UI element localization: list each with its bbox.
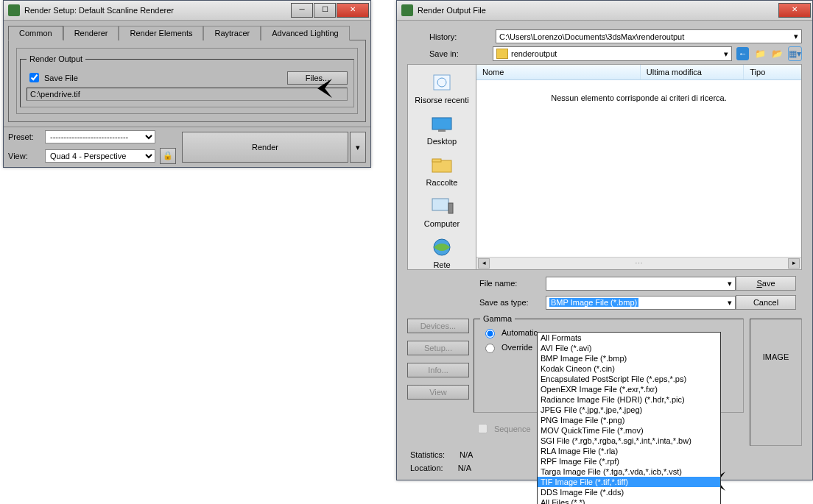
- computer-icon: [429, 196, 454, 216]
- save-as-type-option[interactable]: SGI File (*.rgb,*.rgba,*.sgi,*.int,*.int…: [538, 436, 720, 446]
- save-as-type-option[interactable]: PNG Image File (*.png): [538, 415, 720, 425]
- folder-icon: [496, 49, 508, 59]
- place-network[interactable]: Rete: [408, 234, 476, 275]
- save-as-type-option[interactable]: All Formats: [538, 333, 720, 343]
- chevron-down-icon: ▾: [728, 298, 732, 308]
- horizontal-scrollbar[interactable]: ◂ ⋯ ▸: [476, 257, 801, 269]
- svg-rect-3: [432, 118, 451, 129]
- save-as-type-dropdown[interactable]: All FormatsAVI File (*.avi)BMP Image Fil…: [537, 332, 721, 504]
- app-icon: [401, 4, 413, 16]
- place-recent[interactable]: Risorse recenti: [408, 69, 476, 110]
- collections-icon: [429, 155, 454, 175]
- save-button[interactable]: Save: [736, 276, 796, 291]
- place-desktop[interactable]: Desktop: [408, 110, 476, 152]
- back-icon[interactable]: ←: [736, 47, 749, 60]
- save-as-type-option[interactable]: DDS Image File (*.dds): [538, 487, 720, 497]
- place-computer[interactable]: Computer: [408, 193, 476, 234]
- view-menu-icon[interactable]: ▦▾: [788, 46, 802, 61]
- preset-label: Preset:: [8, 132, 41, 141]
- place-collections[interactable]: Raccolte: [408, 152, 476, 193]
- svg-rect-6: [432, 159, 441, 162]
- chevron-down-icon: ▾: [724, 49, 728, 59]
- scroll-right-icon[interactable]: ▸: [788, 258, 800, 269]
- svg-rect-4: [438, 129, 446, 132]
- file-list-empty: Nessun elemento corrisponde ai criteri d…: [476, 80, 801, 257]
- file-list-header[interactable]: Nome Ultima modifica Tipo: [476, 65, 801, 80]
- save-as-type-option[interactable]: MOV QuickTime File (*.mov): [538, 425, 720, 436]
- output-dialog-titlebar[interactable]: Render Output File ✕: [397, 1, 812, 21]
- recent-docs-icon: [429, 72, 454, 93]
- statistics-label: Statistics:: [410, 450, 445, 459]
- render-output-legend: Render Output: [27, 54, 85, 63]
- places-bar: Risorse recenti Desktop Raccolte Compute…: [407, 64, 476, 270]
- view-combo[interactable]: Quad 4 - Perspective: [45, 149, 155, 163]
- file-name-label: File name:: [479, 279, 540, 288]
- history-combo[interactable]: C:\Users\Lorenzo\Documents\3dsMax\render…: [496, 29, 802, 43]
- save-as-type-combo[interactable]: BMP Image File (*.bmp) ▾: [546, 296, 736, 310]
- gamma-automatic-radio[interactable]: [485, 329, 495, 338]
- col-name[interactable]: Nome: [476, 65, 641, 79]
- tab-advanced-lighting[interactable]: Advanced Lighting: [261, 26, 350, 40]
- view-button[interactable]: View: [407, 385, 469, 400]
- setup-button[interactable]: Setup...: [407, 341, 469, 355]
- save-as-type-option[interactable]: AVI File (*.avi): [538, 343, 720, 353]
- render-setup-titlebar[interactable]: Render Setup: Default Scanline Renderer …: [4, 1, 370, 21]
- tab-panel-common: Render Output Save File Files... C:\pend…: [8, 40, 366, 122]
- gamma-override-radio[interactable]: [485, 344, 495, 353]
- maximize-button[interactable]: ☐: [314, 3, 336, 18]
- save-as-type-option[interactable]: TIF Image File (*.tif,*.tiff): [538, 477, 720, 487]
- svg-rect-7: [432, 199, 448, 210]
- minimize-button[interactable]: ─: [291, 3, 313, 18]
- render-button[interactable]: Render: [182, 132, 348, 163]
- save-as-type-option[interactable]: All Files (*.*): [538, 497, 720, 504]
- save-as-type-option[interactable]: RLA Image File (*.rla): [538, 446, 720, 456]
- lock-view-button[interactable]: 🔒: [160, 148, 176, 164]
- save-as-type-option[interactable]: Radiance Image File (HDRI) (*.hdr,*.pic): [538, 394, 720, 405]
- gamma-automatic-label: Automatic: [501, 328, 538, 337]
- gamma-legend: Gamma: [480, 314, 515, 323]
- save-as-type-option[interactable]: BMP Image File (*.bmp): [538, 353, 720, 363]
- svg-rect-1: [434, 75, 450, 90]
- tab-render-elements[interactable]: Render Elements: [119, 26, 203, 40]
- save-as-type-option[interactable]: OpenEXR Image File (*.exr,*.fxr): [538, 384, 720, 394]
- gamma-override-label: Override: [501, 343, 532, 352]
- save-as-type-option[interactable]: RPF Image File (*.rpf): [538, 456, 720, 466]
- savein-combo[interactable]: renderoutput ▾: [493, 46, 732, 61]
- output-dialog-title: Render Output File: [418, 6, 486, 15]
- tab-row: Common Renderer Render Elements Raytrace…: [8, 25, 366, 40]
- render-setup-window: Render Setup: Default Scanline Renderer …: [3, 0, 371, 168]
- location-value: N/A: [458, 464, 471, 472]
- save-as-type-label: Save as type:: [479, 298, 540, 307]
- new-folder-icon[interactable]: 📂: [771, 47, 784, 60]
- save-as-type-option[interactable]: Targa Image File (*.tga,*.vda,*.icb,*.vs…: [538, 466, 720, 477]
- cancel-button[interactable]: Cancel: [736, 295, 796, 310]
- tab-raytracer[interactable]: Raytracer: [203, 26, 261, 40]
- save-file-checkbox[interactable]: [29, 73, 39, 82]
- place-recent-label: Risorse recenti: [408, 96, 476, 104]
- col-type[interactable]: Tipo: [744, 65, 801, 79]
- save-as-type-option[interactable]: Kodak Cineon (*.cin): [538, 363, 720, 374]
- render-menu-button[interactable]: ▾: [350, 132, 366, 163]
- save-as-type-option[interactable]: Encapsulated PostScript File (*.eps,*.ps…: [538, 374, 720, 384]
- sequence-label: Sequence: [494, 425, 531, 433]
- preset-combo[interactable]: -----------------------------: [45, 130, 155, 143]
- files-button[interactable]: Files...: [287, 71, 348, 85]
- view-label: View:: [8, 152, 41, 160]
- output-path-field[interactable]: C:\pendrive.tif: [27, 88, 348, 101]
- network-icon: [429, 237, 454, 258]
- col-date[interactable]: Ultima modifica: [641, 65, 744, 79]
- dialog-close-button[interactable]: ✕: [778, 3, 811, 18]
- file-name-field[interactable]: ▾: [546, 277, 736, 291]
- save-as-type-option[interactable]: JPEG File (*.jpg,*.jpe,*.jpeg): [538, 405, 720, 415]
- tab-renderer[interactable]: Renderer: [63, 26, 119, 40]
- sequence-checkbox[interactable]: [478, 424, 488, 433]
- save-file-label: Save File: [44, 74, 78, 82]
- scroll-left-icon[interactable]: ◂: [478, 258, 490, 269]
- up-one-level-icon[interactable]: 📁: [753, 47, 766, 60]
- tab-common[interactable]: Common: [8, 26, 63, 40]
- preview-box: IMAGE: [750, 319, 802, 446]
- devices-button[interactable]: Devices...: [407, 319, 469, 333]
- file-list[interactable]: Nome Ultima modifica Tipo Nessun element…: [476, 64, 802, 270]
- close-button[interactable]: ✕: [337, 3, 369, 18]
- info-button[interactable]: Info...: [407, 363, 469, 377]
